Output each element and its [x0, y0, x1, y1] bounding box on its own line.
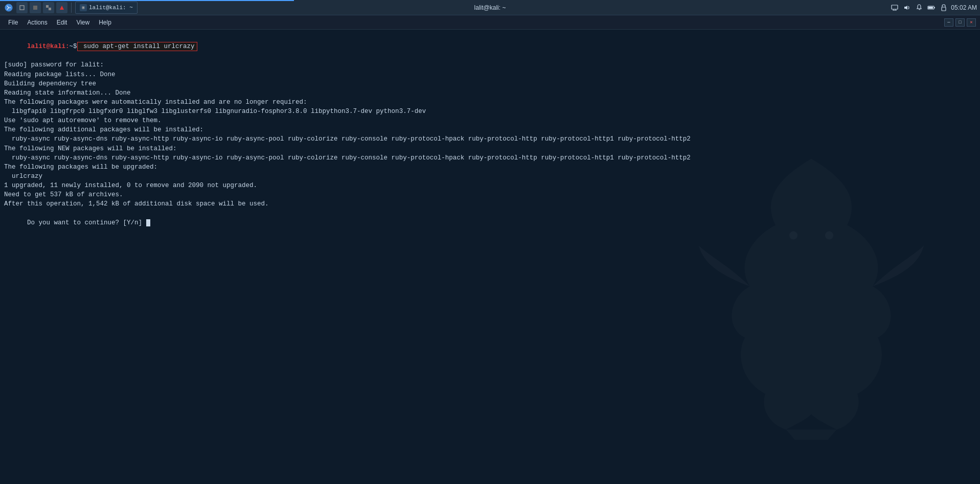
menu-file[interactable]: File — [4, 18, 22, 27]
terminal-line-14: Need to get 537 kB of archives. — [4, 190, 976, 199]
taskbar-separator — [71, 3, 72, 13]
top-progress-bar — [0, 0, 294, 1]
terminal-line-2: Building dependency tree — [4, 79, 976, 88]
svg-rect-3 — [49, 8, 51, 10]
terminal-line-8: ruby-async ruby-async-dns ruby-async-htt… — [4, 134, 976, 144]
svg-rect-1 — [33, 6, 37, 10]
terminal-line-9: The following NEW packages will be insta… — [4, 144, 976, 153]
terminal-content-area[interactable]: lalit@kali:~$ sudo apt-get install urlcr… — [0, 30, 980, 484]
terminal-line-11: The following packages will be upgraded: — [4, 163, 976, 172]
taskbar-left: ▣ lalit@kali: ~ — [3, 2, 138, 14]
svg-rect-2 — [46, 5, 49, 8]
terminal-tab-icon: ▣ — [80, 4, 87, 11]
svg-rect-8 — [942, 7, 946, 11]
tray-icons — [891, 4, 948, 12]
kali-logo-icon[interactable] — [3, 2, 14, 13]
terminal-window-controls: — □ ✕ — [944, 18, 976, 27]
prompt-user: lalit@kali: — [27, 43, 70, 50]
close-button[interactable]: ✕ — [967, 18, 976, 27]
taskbar-time: 05:02 AM — [951, 4, 977, 11]
terminal-prompt-line: lalit@kali:~$ sudo apt-get install urlcr… — [4, 33, 976, 60]
terminal-menubar: File Actions Edit View Help — [4, 18, 116, 27]
taskbar-icon-btn-1[interactable] — [16, 2, 28, 13]
volume-icon[interactable] — [903, 4, 911, 12]
taskbar-icon-btn-4[interactable] — [56, 2, 67, 13]
terminal-line-12: urlcrazy — [4, 172, 976, 181]
terminal-line-10: ruby-async ruby-async-dns ruby-async-htt… — [4, 153, 976, 163]
menu-actions[interactable]: Actions — [23, 18, 51, 27]
battery-icon[interactable] — [927, 4, 936, 12]
terminal-titlebar: File Actions Edit View Help — □ ✕ — [0, 15, 980, 30]
menu-help[interactable]: Help — [95, 18, 116, 27]
terminal-line-13: 1 upgraded, 11 newly installed, 0 to rem… — [4, 181, 976, 190]
maximize-button[interactable]: □ — [955, 18, 965, 27]
monitor-icon[interactable] — [891, 4, 899, 12]
terminal-line-0: [sudo] password for lalit: — [4, 60, 976, 70]
terminal-input-line[interactable]: Do you want to continue? [Y/n] — [4, 209, 976, 236]
terminal-line-4: The following packages were automaticall… — [4, 98, 976, 107]
terminal-window: File Actions Edit View Help — □ ✕ — [0, 15, 980, 484]
taskbar-icon-btn-2[interactable] — [30, 2, 41, 13]
taskbar: ▣ lalit@kali: ~ lalit@kali: ~ 05:02 — [0, 0, 980, 15]
terminal-line-3: Reading state information... Done — [4, 88, 976, 98]
lock-icon[interactable] — [940, 4, 948, 12]
bell-icon[interactable] — [915, 4, 923, 12]
menu-view[interactable]: View — [72, 18, 94, 27]
menu-edit[interactable]: Edit — [53, 18, 72, 27]
terminal-line-6: Use 'sudo apt autoremove' to remove them… — [4, 116, 976, 125]
taskbar-center-title: lalit@kali: ~ — [474, 4, 506, 11]
minimize-button[interactable]: — — [944, 18, 953, 27]
terminal-line-15: After this operation, 1,542 kB of additi… — [4, 199, 976, 209]
terminal-line-1: Reading package lists... Done — [4, 70, 976, 79]
terminal-line-5: libgfapi0 libgfrpc0 libgfxdr0 libglfw3 l… — [4, 107, 976, 116]
prompt-dollar: ~$ — [70, 43, 77, 50]
svg-rect-4 — [892, 5, 898, 9]
command-highlight: sudo apt-get install urlcrazy — [77, 42, 197, 51]
svg-rect-0 — [20, 6, 24, 10]
terminal-tab-label: lalit@kali: ~ — [89, 5, 133, 11]
svg-rect-7 — [928, 7, 933, 9]
cursor — [146, 219, 150, 226]
terminal-line-7: The following additional packages will b… — [4, 125, 976, 134]
svg-rect-6 — [934, 7, 935, 8]
terminal-taskbar-tab[interactable]: ▣ lalit@kali: ~ — [75, 2, 138, 14]
taskbar-right: 05:02 AM — [891, 4, 977, 12]
taskbar-icon-btn-3[interactable] — [43, 2, 54, 13]
